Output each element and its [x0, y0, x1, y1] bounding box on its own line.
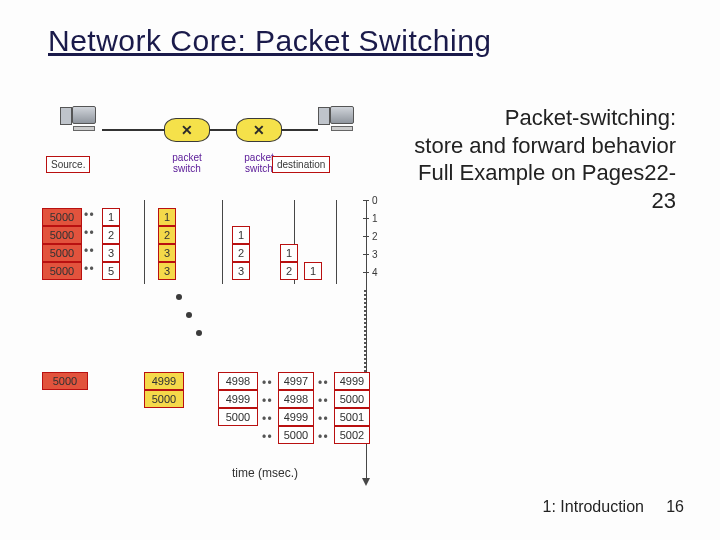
section-label: 1: Introduction — [543, 498, 644, 515]
packet-cell: 4998 — [218, 372, 258, 390]
dots-icon: • • — [84, 208, 93, 222]
tick-label: 0 — [372, 195, 378, 206]
dots-icon: • • — [262, 394, 271, 408]
slide-title: Network Core: Packet Switching — [48, 24, 678, 58]
packet-cell: 4999 — [218, 390, 258, 408]
packet-cell: 2 — [102, 226, 120, 244]
packet-cell: 4997 — [278, 372, 314, 390]
network-diagram: ✕ ✕ packet switch packet switch — [48, 104, 378, 196]
dots-icon: • • — [262, 430, 271, 444]
packet-cell: 5000 — [42, 208, 82, 226]
router-icon: ✕ — [164, 118, 210, 142]
dest-computer-icon — [322, 106, 362, 131]
packet-cell: 2 — [280, 262, 298, 280]
packet-cell: 5000 — [218, 408, 258, 426]
dots-icon: • • — [318, 430, 327, 444]
packet-cell: 2 — [232, 244, 250, 262]
packet-cell: 3 — [158, 262, 176, 280]
arrow-down-icon — [362, 478, 370, 486]
page-number: 16 — [666, 498, 684, 515]
text-line-1: Packet-switching: — [396, 104, 676, 132]
packet-cell: 5000 — [334, 390, 370, 408]
dots-icon: • • — [84, 226, 93, 240]
packet-cell: 3 — [158, 244, 176, 262]
packet-cell: 1 — [102, 208, 120, 226]
tick-label: 1 — [372, 213, 378, 224]
dot-icon — [176, 294, 182, 300]
packet-cell: 3 — [102, 244, 120, 262]
axis-dots — [364, 290, 366, 380]
dots-icon: • • — [318, 412, 327, 426]
text-line-2: store and forward behavior — [396, 132, 676, 160]
packet-cell: 1 — [158, 208, 176, 226]
footer-section: 1: Introduction 16 — [543, 498, 684, 516]
dots-icon: • • — [318, 394, 327, 408]
dots-icon: • • — [262, 412, 271, 426]
router-icon: ✕ — [236, 118, 282, 142]
source-label-box: Source. — [46, 156, 90, 173]
packet-cell: 3 — [232, 262, 250, 280]
packet-cell: 1 — [304, 262, 322, 280]
packet-cell: 5000 — [42, 244, 82, 262]
hop-axis — [144, 200, 145, 284]
tick-label: 2 — [372, 231, 378, 242]
packet-cell: 5000 — [42, 262, 82, 280]
packet-cell: 4999 — [144, 372, 184, 390]
packet-cell: 4999 — [278, 408, 314, 426]
packet-cell: 5000 — [42, 226, 82, 244]
dots-icon: • • — [318, 376, 327, 390]
hop-axis — [222, 200, 223, 284]
packet-cell: 5000 — [144, 390, 184, 408]
dots-icon: • • — [84, 262, 93, 276]
packet-cell: 5000 — [278, 426, 314, 444]
right-text-block: Packet-switching: store and forward beha… — [396, 104, 676, 214]
packet-cell: 5000 — [42, 372, 88, 390]
destination-label-box: destination — [272, 156, 330, 173]
dots-icon: • • — [84, 244, 93, 258]
tick-label: 3 — [372, 249, 378, 260]
packet-cell: 2 — [158, 226, 176, 244]
packet-cell: 5 — [102, 262, 120, 280]
packet-cell: 4998 — [278, 390, 314, 408]
tick-label: 4 — [372, 267, 378, 278]
dot-icon — [186, 312, 192, 318]
dot-icon — [196, 330, 202, 336]
packet-cell: 5001 — [334, 408, 370, 426]
router-label: packet switch — [162, 152, 212, 174]
hop-axis — [336, 200, 337, 284]
packet-cell: 1 — [280, 244, 298, 262]
dots-icon: • • — [262, 376, 271, 390]
packet-cell: 5002 — [334, 426, 370, 444]
source-computer-icon — [64, 106, 104, 131]
time-axis-label: time (msec.) — [232, 466, 298, 480]
packet-cell: 1 — [232, 226, 250, 244]
timing-diagram: 0 1 2 3 4 5000 • • 1 5000 • • 2 5000 • •… — [46, 200, 414, 490]
packet-cell: 4999 — [334, 372, 370, 390]
text-line-3: Full Example on Pages22-23 — [396, 159, 676, 214]
